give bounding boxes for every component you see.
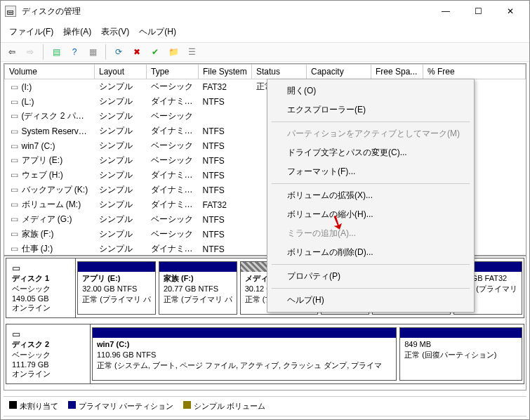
disk-type: ベーシック: [12, 350, 84, 360]
drive-icon: ▭: [9, 126, 20, 136]
ctx-properties[interactable]: プロパティ(P): [269, 267, 472, 286]
disk-row: ▭ディスク 2ベーシック111.79 GBオンラインwin7 (C:)110.9…: [6, 324, 524, 384]
drive-icon: ▭: [9, 185, 20, 195]
column-header[interactable]: Capacity: [307, 65, 371, 79]
disk-icon: ▭: [12, 263, 69, 273]
drive-icon: ▭: [9, 229, 20, 239]
drive-icon: ▭: [9, 111, 20, 121]
context-menu: 開く(O) エクスプローラー(E) パーティションをアクティブとしてマーク(M)…: [267, 79, 475, 313]
ctx-extend[interactable]: ボリュームの拡張(X)...: [269, 186, 472, 205]
nav-forward-icon[interactable]: ⇨: [22, 44, 39, 60]
partition-body: アプリ (E:)32.00 GB NTFS正常 (プライマリ パ: [78, 272, 155, 307]
app-icon: 🖴: [5, 6, 16, 17]
toolbar-sep: [105, 44, 106, 60]
column-header[interactable]: Layout: [95, 65, 147, 79]
drive-icon: ▭: [9, 141, 20, 151]
toolbar-sep: [43, 44, 44, 60]
disk-status: オンライン: [12, 369, 84, 379]
view-grid-icon[interactable]: ▦: [84, 44, 101, 60]
ctx-sep: [272, 183, 470, 184]
drive-icon: ▭: [9, 155, 20, 165]
column-header[interactable]: Volume: [5, 65, 95, 79]
menu-bar: ファイル(F) 操作(A) 表示(V) ヘルプ(H): [1, 22, 529, 42]
properties-icon[interactable]: ☰: [183, 44, 200, 60]
folder-icon[interactable]: 📁: [165, 44, 182, 60]
ctx-change-letter[interactable]: ドライブ文字とパスの変更(C)...: [269, 143, 472, 162]
legend-simple: シンプル ボリューム: [183, 401, 265, 412]
view-list-icon[interactable]: ▤: [48, 44, 65, 60]
nav-back-icon[interactable]: ⇦: [4, 44, 20, 60]
ctx-sep: [272, 122, 470, 122]
column-header[interactable]: Type: [147, 65, 199, 79]
ctx-sep: [272, 264, 470, 265]
minimize-button[interactable]: —: [430, 1, 462, 21]
delete-icon[interactable]: ✖: [128, 44, 145, 60]
ctx-mark-active: パーティションをアクティブとしてマーク(M): [269, 124, 472, 143]
partition-color-bar: [159, 262, 237, 272]
apply-icon[interactable]: ✔: [147, 44, 164, 60]
drive-icon: ▭: [9, 199, 20, 209]
disk-size: 111.79 GB: [12, 360, 84, 369]
ctx-delete-volume[interactable]: ボリュームの削除(D)...: [269, 243, 472, 262]
disk-size: 149.05 GB: [12, 294, 69, 303]
drive-icon: ▭: [9, 170, 20, 180]
partition[interactable]: 849 MB正常 (回復パーティション): [399, 327, 522, 381]
menu-action[interactable]: 操作(A): [59, 25, 95, 39]
partition-color-bar: [93, 328, 396, 338]
ctx-format[interactable]: フォーマット(F)...: [269, 162, 472, 181]
drive-icon: ▭: [9, 97, 20, 107]
disk-status: オンライン: [12, 303, 69, 313]
disk-title: ディスク 2: [12, 339, 84, 350]
maximize-button[interactable]: ☐: [462, 1, 494, 21]
legend: 未割り当て プライマリ パーティション シンプル ボリューム: [4, 396, 526, 416]
disk-header[interactable]: ▭ディスク 1ベーシック149.05 GBオンライン: [6, 258, 76, 317]
column-header[interactable]: Free Spa...: [371, 65, 423, 79]
ctx-open[interactable]: 開く(O): [269, 81, 472, 100]
drive-icon: ▭: [9, 214, 20, 224]
disk-title: ディスク 1: [12, 273, 69, 284]
menu-view[interactable]: 表示(V): [97, 25, 133, 39]
partition-body: 家族 (F:)20.77 GB NTFS正常 (プライマリ パ: [159, 272, 237, 307]
ctx-explorer[interactable]: エクスプローラー(E): [269, 100, 472, 119]
partition[interactable]: win7 (C:)110.96 GB NTFS正常 (システム, ブート, ペー…: [92, 327, 397, 381]
partition-color-bar: [400, 328, 522, 338]
app-window: 🖴 ディスクの管理 — ☐ ✕ ファイル(F) 操作(A) 表示(V) ヘルプ(…: [0, 0, 530, 420]
disk-type: ベーシック: [12, 284, 69, 294]
menu-help[interactable]: ヘルプ(H): [135, 25, 180, 39]
ctx-add-mirror: ミラーの追加(A)...: [269, 224, 472, 243]
drive-icon: ▭: [9, 244, 20, 254]
window-title: ディスクの管理: [20, 6, 430, 18]
partition-body: 849 MB正常 (回復パーティション): [400, 338, 522, 362]
drive-icon: ▭: [9, 82, 20, 92]
partition-color-bar: [78, 262, 155, 272]
partition-body: win7 (C:)110.96 GB NTFS正常 (システム, ブート, ペー…: [93, 338, 396, 373]
disk-header[interactable]: ▭ディスク 2ベーシック111.79 GBオンライン: [6, 324, 91, 383]
title-bar: 🖴 ディスクの管理 — ☐ ✕: [1, 1, 529, 22]
legend-primary: プライマリ パーティション: [68, 401, 173, 412]
column-header[interactable]: % Free: [423, 65, 526, 79]
help-icon[interactable]: ?: [66, 44, 83, 60]
ctx-help[interactable]: ヘルプ(H): [269, 291, 472, 310]
ctx-sep: [272, 288, 470, 289]
disk-icon: ▭: [12, 329, 84, 339]
legend-unalloc: 未割り当て: [9, 401, 58, 412]
menu-file[interactable]: ファイル(F): [5, 25, 58, 39]
close-button[interactable]: ✕: [494, 1, 526, 21]
ctx-shrink[interactable]: ボリュームの縮小(H)...: [269, 205, 472, 224]
column-header[interactable]: Status: [252, 65, 307, 79]
partition[interactable]: アプリ (E:)32.00 GB NTFS正常 (プライマリ パ: [77, 261, 156, 315]
toolbar: ⇦ ⇨ ▤ ? ▦ ⟳ ✖ ✔ 📁 ☰: [1, 42, 529, 62]
refresh-icon[interactable]: ⟳: [110, 44, 127, 60]
partition[interactable]: 家族 (F:)20.77 GB NTFS正常 (プライマリ パ: [159, 261, 237, 315]
column-header[interactable]: File System: [199, 65, 252, 79]
